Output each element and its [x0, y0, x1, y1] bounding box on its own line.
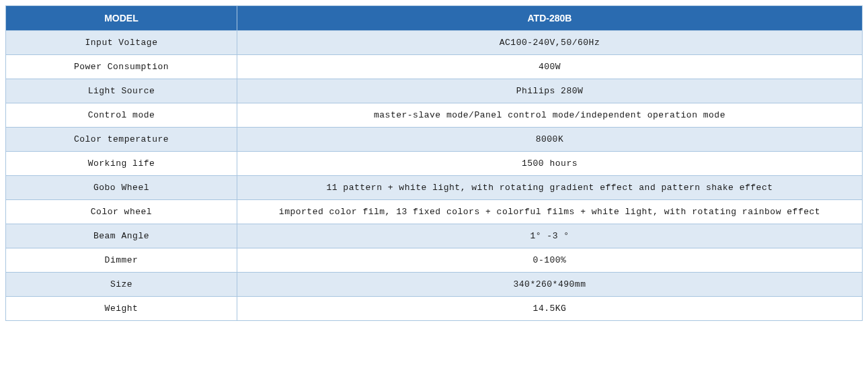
- row-label: Weight: [6, 297, 237, 321]
- row-value: Philips 280W: [237, 79, 862, 103]
- spec-table: MODEL ATD-280B Input Voltage AC100-240V,…: [5, 5, 863, 321]
- table-row: Weight 14.5KG: [6, 297, 863, 321]
- table-row: Beam Angle 1° -3 °: [6, 224, 863, 248]
- spec-tbody: Input Voltage AC100-240V,50/60Hz Power C…: [6, 31, 863, 321]
- row-value: 11 pattern + white light, with rotating …: [237, 176, 862, 200]
- row-label: Input Voltage: [6, 31, 237, 55]
- row-value: 400W: [237, 55, 862, 79]
- table-row: Color temperature 8000K: [6, 128, 863, 152]
- row-label: Color wheel: [6, 200, 237, 224]
- row-value: 340*260*490mm: [237, 273, 862, 297]
- row-value: 8000K: [237, 128, 862, 152]
- table-row: Working life 1500 hours: [6, 152, 863, 176]
- row-label: Size: [6, 273, 237, 297]
- table-row: Size 340*260*490mm: [6, 273, 863, 297]
- table-row: Input Voltage AC100-240V,50/60Hz: [6, 31, 863, 55]
- row-value: 14.5KG: [237, 297, 862, 321]
- table-row: Dimmer 0-100%: [6, 248, 863, 273]
- row-value: AC100-240V,50/60Hz: [237, 31, 862, 55]
- row-label: Control mode: [6, 103, 237, 128]
- row-label: Working life: [6, 152, 237, 176]
- row-label: Power Consumption: [6, 55, 237, 79]
- row-label: Gobo Wheel: [6, 176, 237, 200]
- row-value: 1500 hours: [237, 152, 862, 176]
- table-row: Gobo Wheel 11 pattern + white light, wit…: [6, 176, 863, 200]
- row-value: 0-100%: [237, 248, 862, 273]
- row-label: Dimmer: [6, 248, 237, 273]
- row-value: master-slave mode/Panel control mode/ind…: [237, 103, 862, 128]
- row-value: imported color film, 13 fixed colors + c…: [237, 200, 862, 224]
- header-value: ATD-280B: [237, 6, 862, 31]
- row-label: Color temperature: [6, 128, 237, 152]
- table-row: Light Source Philips 280W: [6, 79, 863, 103]
- table-header-row: MODEL ATD-280B: [6, 6, 863, 31]
- table-row: Power Consumption 400W: [6, 55, 863, 79]
- row-label: Beam Angle: [6, 224, 237, 248]
- header-model: MODEL: [6, 6, 237, 31]
- row-value: 1° -3 °: [237, 224, 862, 248]
- table-row: Control mode master-slave mode/Panel con…: [6, 103, 863, 128]
- row-label: Light Source: [6, 79, 237, 103]
- table-row: Color wheel imported color film, 13 fixe…: [6, 200, 863, 224]
